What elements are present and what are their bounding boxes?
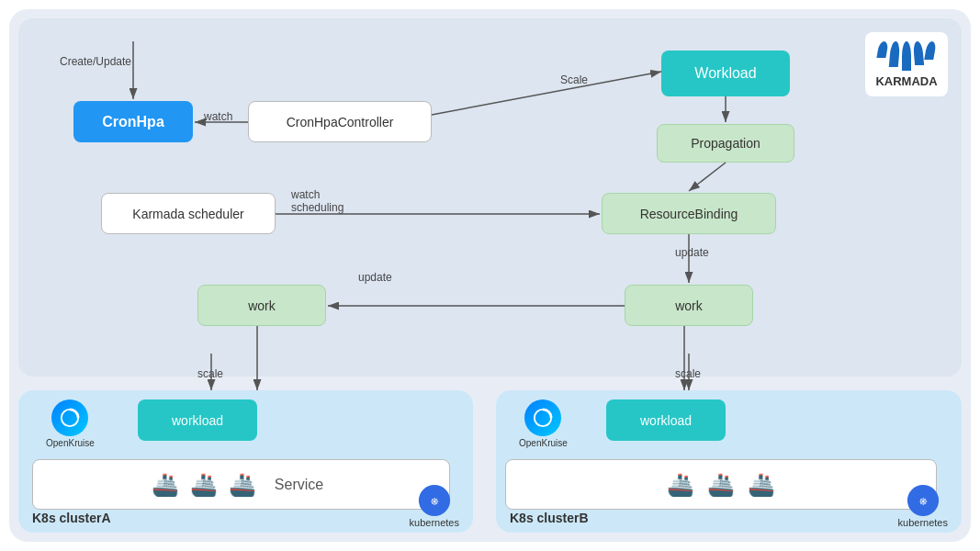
docker-icon-b3: 🚢 [748, 472, 775, 498]
cronhpa-node: CronHpa [73, 101, 193, 142]
cluster-a: K8s clusterA scale OpenKruise workload 🚢… [18, 390, 473, 533]
workload-b-node: workload [606, 399, 726, 441]
docker-icon-b2: 🚢 [707, 472, 735, 498]
openkruise-a-label: OpenKruise [46, 438, 95, 448]
karmada-area: KARMADA CronHpa CronHpaController Worklo… [18, 18, 962, 377]
propagation-node: Propagation [657, 124, 794, 163]
create-update-label: Create/Update [60, 55, 131, 68]
resource-binding-node: ResourceBinding [602, 193, 776, 234]
karmada-scheduler-node: Karmada scheduler [101, 193, 276, 234]
openkruise-icon-a [51, 399, 88, 436]
work-left-node: work [197, 285, 326, 326]
update-left-label: update [358, 271, 392, 284]
service-box-b: 🚢 🚢 🚢 [505, 459, 937, 510]
kubernetes-icon-b: ⎈ [907, 484, 940, 517]
main-container: KARMADA CronHpa CronHpaController Worklo… [9, 9, 971, 542]
kubernetes-b-label: kubernetes [898, 517, 948, 528]
karmada-logo: KARMADA [865, 32, 948, 96]
watch-scheduling-label: watchscheduling [291, 188, 344, 214]
scale-a-arrow [197, 354, 225, 395]
openkruise-a: OpenKruise [46, 399, 95, 448]
cluster-b-label: K8s clusterB [510, 511, 589, 525]
cluster-a-label: K8s clusterA [32, 511, 111, 525]
workload-a-node: workload [138, 399, 257, 441]
service-box-a: 🚢 🚢 🚢 Service [32, 459, 450, 510]
kubernetes-b: ⎈ kubernetes [898, 484, 948, 528]
docker-icon-b1: 🚢 [667, 472, 694, 498]
watch-label: watch [204, 110, 232, 123]
work-right-node: work [625, 285, 753, 326]
docker-icon-a2: 🚢 [190, 472, 218, 498]
docker-icon-a3: 🚢 [229, 472, 256, 498]
scale-label: Scale [560, 73, 588, 86]
openkruise-b: OpenKruise [519, 399, 568, 448]
karmada-sails-icon [878, 41, 935, 71]
workload-node: Workload [661, 51, 790, 96]
openkruise-b-label: OpenKruise [519, 438, 568, 448]
kubernetes-a: ⎈ kubernetes [410, 484, 459, 528]
docker-icon-a1: 🚢 [152, 472, 179, 498]
kubernetes-icon-a: ⎈ [418, 484, 451, 517]
cluster-b: K8s clusterB scale OpenKruise workload 🚢… [496, 390, 962, 533]
svg-text:⎈: ⎈ [431, 493, 439, 508]
kubernetes-a-label: kubernetes [410, 517, 459, 528]
update-right-label: update [675, 246, 709, 259]
svg-line-4 [432, 72, 661, 115]
service-label-a: Service [275, 477, 323, 493]
cronhpa-controller-node: CronHpaController [248, 101, 432, 142]
openkruise-icon-b [524, 399, 561, 436]
svg-line-6 [689, 163, 726, 191]
karmada-label: KARMADA [875, 74, 937, 88]
scale-b-arrow [675, 354, 703, 395]
svg-text:⎈: ⎈ [919, 493, 928, 508]
